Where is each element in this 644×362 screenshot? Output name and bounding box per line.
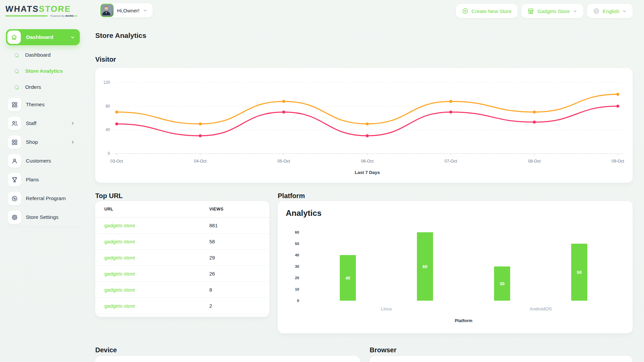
svg-text:30: 30 bbox=[500, 281, 504, 286]
svg-text:10: 10 bbox=[295, 287, 299, 291]
platform-chart-card: Analytics 010203040506040603050LinuxAndr… bbox=[278, 201, 633, 333]
users-icon bbox=[8, 117, 21, 130]
svg-text:120: 120 bbox=[103, 80, 110, 85]
user-icon bbox=[8, 154, 21, 168]
sidebar-item-store-settings[interactable]: Store Settings bbox=[6, 210, 80, 224]
logo-underline bbox=[5, 15, 48, 16]
sidebar-item-referral-program[interactable]: Referral Program bbox=[6, 192, 80, 205]
create-new-store-label: Create New Store bbox=[472, 8, 512, 14]
url-link[interactable]: gadgets-store bbox=[104, 303, 135, 309]
grid-icon bbox=[8, 135, 21, 149]
visitor-section-heading: Visitor bbox=[95, 56, 116, 63]
url-link[interactable]: gadgets-store bbox=[104, 223, 135, 228]
sidebar-item-label: Store Analytics bbox=[25, 68, 63, 74]
svg-text:09-Oct: 09-Oct bbox=[611, 159, 624, 164]
visitor-chart-card: 0408012003-Oct04-Oct05-Oct06-Oct07-Oct08… bbox=[95, 68, 633, 183]
svg-text:50: 50 bbox=[577, 270, 582, 275]
views-value: 29 bbox=[209, 250, 269, 266]
sidebar-item-label: Themes bbox=[26, 102, 80, 108]
svg-text:03-Oct: 03-Oct bbox=[110, 159, 123, 164]
powered-by-label: Powered By WORKDO bbox=[50, 15, 77, 17]
svg-text:50: 50 bbox=[295, 242, 299, 246]
svg-text:0: 0 bbox=[297, 299, 299, 303]
platform-bar-chart: 010203040506040603050LinuxAndroidOSPlatf… bbox=[286, 223, 625, 330]
views-value: 881 bbox=[209, 218, 269, 234]
url-link[interactable]: gadgets-store bbox=[104, 287, 135, 293]
svg-text:Linux: Linux bbox=[381, 306, 392, 311]
chevron-down-icon bbox=[70, 35, 75, 40]
table-row: gadgets-store881 bbox=[95, 218, 269, 234]
device-card bbox=[95, 356, 360, 362]
badge-percent-icon bbox=[8, 192, 21, 205]
sidebar-item-store-analytics[interactable]: Store Analytics bbox=[6, 66, 80, 76]
sidebar-item-themes[interactable]: Themes bbox=[6, 98, 80, 111]
url-link[interactable]: gadgets-store bbox=[104, 255, 135, 260]
svg-text:80: 80 bbox=[106, 104, 110, 109]
sidebar-divider bbox=[6, 227, 80, 227]
url-link[interactable]: gadgets-store bbox=[104, 271, 135, 277]
language-dropdown[interactable]: English bbox=[587, 4, 633, 18]
svg-text:05-Oct: 05-Oct bbox=[277, 159, 290, 164]
trophy-icon bbox=[8, 173, 21, 186]
svg-text:60: 60 bbox=[423, 264, 427, 269]
page-title: Store Analytics bbox=[95, 32, 146, 40]
svg-text:40: 40 bbox=[345, 276, 350, 281]
store-selector-label: Gadgets Store bbox=[537, 8, 570, 14]
sidebar-item-label: Orders bbox=[25, 84, 41, 90]
browser-section-heading: Browser bbox=[370, 346, 396, 354]
sidebar-item-label: Plans bbox=[26, 177, 80, 183]
sidebar-item-dashboard-parent[interactable]: Dashboard bbox=[6, 29, 80, 45]
bullet-icon bbox=[13, 84, 19, 90]
views-value: 8 bbox=[209, 282, 269, 298]
top-url-card: URL VIEWS gadgets-store881 gadgets-store… bbox=[95, 201, 269, 317]
sidebar-item-label: Store Settings bbox=[26, 214, 80, 220]
visitor-line-chart: 0408012003-Oct04-Oct05-Oct06-Oct07-Oct08… bbox=[95, 68, 633, 183]
app-root: WHATSSTORE Powered By WORKDO Hi,Owner! C… bbox=[0, 0, 644, 362]
svg-text:Platform: Platform bbox=[455, 318, 473, 323]
chevron-down-icon bbox=[573, 9, 577, 13]
sidebar-item-orders[interactable]: Orders bbox=[6, 82, 80, 93]
sidebar-item-shop[interactable]: Shop bbox=[6, 135, 80, 149]
views-value: 2 bbox=[209, 298, 269, 314]
svg-text:40: 40 bbox=[106, 127, 110, 132]
device-section-heading: Device bbox=[95, 346, 117, 354]
user-menu[interactable]: Hi,Owner! bbox=[99, 3, 153, 17]
bullet-icon bbox=[13, 68, 19, 74]
sidebar-item-label: Dashboard bbox=[26, 34, 70, 40]
sidebar-item-label: Staff bbox=[26, 120, 70, 126]
table-row: gadgets-store2 bbox=[95, 298, 269, 314]
chevron-right-icon bbox=[70, 121, 75, 126]
storefront-icon bbox=[527, 8, 534, 15]
analytics-chart-title: Analytics bbox=[286, 208, 322, 218]
url-link[interactable]: gadgets-store bbox=[104, 239, 135, 244]
sidebar-item-plans[interactable]: Plans bbox=[6, 173, 80, 186]
table-row: gadgets-store8 bbox=[95, 282, 269, 298]
sidebar-item-label: Referral Program bbox=[26, 195, 80, 201]
sidebar-item-dashboard[interactable]: Dashboard bbox=[6, 50, 80, 60]
svg-text:AndroidOS: AndroidOS bbox=[530, 306, 552, 311]
top-url-section-heading: Top URL bbox=[95, 192, 123, 200]
table-row: gadgets-store58 bbox=[95, 234, 269, 250]
svg-text:07-Oct: 07-Oct bbox=[444, 159, 457, 164]
chevron-right-icon bbox=[70, 140, 75, 144]
column-header-views: VIEWS bbox=[209, 201, 269, 218]
svg-text:08-Oct: 08-Oct bbox=[528, 159, 541, 164]
svg-text:20: 20 bbox=[295, 276, 299, 280]
svg-text:06-Oct: 06-Oct bbox=[361, 159, 374, 164]
svg-text:60: 60 bbox=[295, 230, 299, 234]
avatar bbox=[100, 4, 114, 17]
sidebar-item-label: Dashboard bbox=[25, 52, 51, 58]
sidebar-item-staff[interactable]: Staff bbox=[6, 117, 80, 130]
create-new-store-button[interactable]: Create New Store bbox=[456, 4, 518, 18]
store-selector-dropdown[interactable]: Gadgets Store bbox=[521, 4, 583, 18]
views-value: 26 bbox=[209, 266, 269, 282]
table-row: gadgets-store26 bbox=[95, 266, 269, 282]
top-url-table: URL VIEWS gadgets-store881 gadgets-store… bbox=[95, 201, 269, 314]
sidebar-item-label: Customers bbox=[26, 158, 80, 164]
svg-text:40: 40 bbox=[295, 253, 299, 257]
sidebar-item-label: Shop bbox=[26, 139, 70, 145]
app-logo[interactable]: WHATSSTORE Powered By WORKDO bbox=[5, 4, 77, 17]
plus-circle-icon bbox=[462, 8, 469, 14]
svg-text:Last 7 Days: Last 7 Days bbox=[355, 170, 380, 175]
sidebar-item-customers[interactable]: Customers bbox=[6, 154, 80, 168]
